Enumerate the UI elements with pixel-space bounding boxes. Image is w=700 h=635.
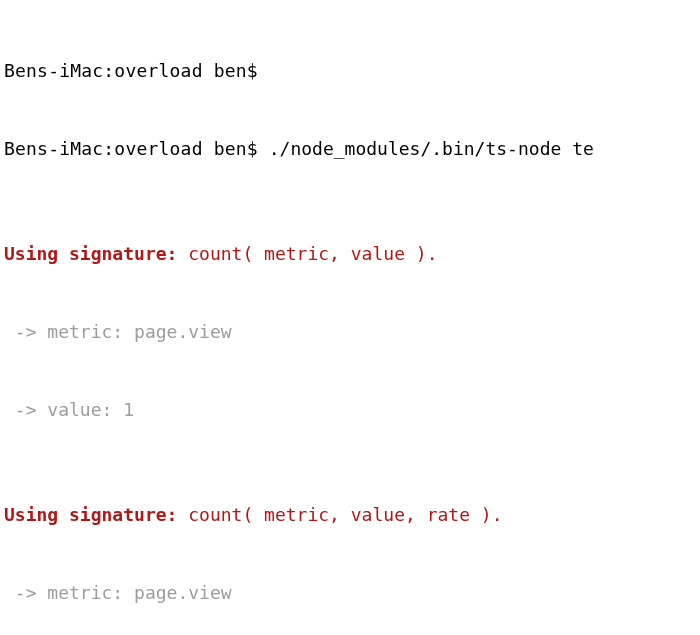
prompt-line-command[interactable]: Bens-iMac:overload ben$ ./node_modules/.… [4,136,696,162]
signature-label: Using signature: [4,504,177,525]
signature-args: count( metric, value ). [177,243,437,264]
shell-prompt: Bens-iMac:overload ben$ [4,60,258,81]
shell-prompt: Bens-iMac:overload ben$ [4,138,258,159]
terminal-output: Bens-iMac:overload ben$ Bens-iMac:overlo… [0,0,700,635]
command-text [258,138,269,159]
detail-line: -> metric: page.view [4,319,696,345]
detail-line: -> metric: page.view [4,580,696,606]
command-text: ./node_modules/.bin/ts-node te [269,138,594,159]
detail-line: -> value: 1 [4,397,696,423]
signature-line: Using signature: count( metric, value ). [4,241,696,267]
signature-label: Using signature: [4,243,177,264]
signature-args: count( metric, value, rate ). [177,504,502,525]
prompt-line-empty[interactable]: Bens-iMac:overload ben$ [4,58,696,84]
signature-line: Using signature: count( metric, value, r… [4,502,696,528]
